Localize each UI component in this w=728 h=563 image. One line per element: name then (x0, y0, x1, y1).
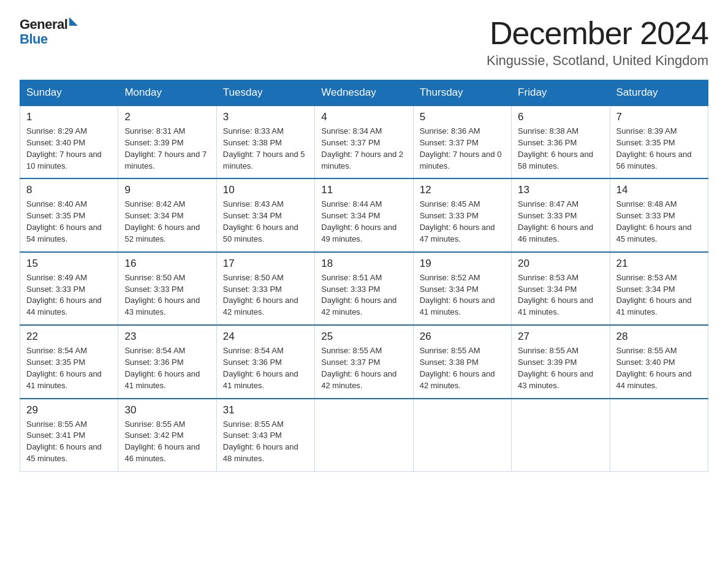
calendar-cell: 23 Sunrise: 8:54 AMSunset: 3:36 PMDaylig… (118, 325, 216, 398)
calendar-header-row: SundayMondayTuesdayWednesdayThursdayFrid… (20, 80, 708, 106)
calendar-cell: 13 Sunrise: 8:47 AMSunset: 3:33 PMDaylig… (512, 178, 610, 251)
header-day-sunday: Sunday (20, 80, 118, 106)
day-info: Sunrise: 8:54 AMSunset: 3:36 PMDaylight:… (124, 345, 210, 391)
calendar-cell (512, 399, 610, 472)
day-info: Sunrise: 8:33 AMSunset: 3:38 PMDaylight:… (223, 126, 308, 172)
calendar-cell: 2 Sunrise: 8:31 AMSunset: 3:39 PMDayligh… (118, 105, 216, 178)
calendar-cell: 15 Sunrise: 8:49 AMSunset: 3:33 PMDaylig… (20, 252, 118, 325)
day-number: 2 (124, 111, 210, 123)
day-info: Sunrise: 8:55 AMSunset: 3:37 PMDaylight:… (321, 345, 406, 391)
calendar-cell: 30 Sunrise: 8:55 AMSunset: 3:42 PMDaylig… (118, 399, 216, 472)
day-number: 13 (518, 184, 603, 196)
calendar-cell: 20 Sunrise: 8:53 AMSunset: 3:34 PMDaylig… (512, 252, 610, 325)
calendar-cell: 7 Sunrise: 8:39 AMSunset: 3:35 PMDayligh… (610, 105, 708, 178)
header-day-friday: Friday (512, 80, 610, 106)
calendar-cell: 21 Sunrise: 8:53 AMSunset: 3:34 PMDaylig… (610, 252, 708, 325)
calendar-week-row: 15 Sunrise: 8:49 AMSunset: 3:33 PMDaylig… (20, 252, 708, 325)
calendar-cell: 26 Sunrise: 8:55 AMSunset: 3:38 PMDaylig… (413, 325, 511, 398)
calendar-cell: 11 Sunrise: 8:44 AMSunset: 3:34 PMDaylig… (315, 178, 413, 251)
day-number: 28 (616, 331, 702, 343)
calendar-week-row: 8 Sunrise: 8:40 AMSunset: 3:35 PMDayligh… (20, 178, 708, 251)
logo-blue: Blue (20, 32, 48, 47)
day-info: Sunrise: 8:55 AMSunset: 3:42 PMDaylight:… (124, 419, 210, 465)
calendar-header: SundayMondayTuesdayWednesdayThursdayFrid… (20, 80, 708, 106)
calendar-table: SundayMondayTuesdayWednesdayThursdayFrid… (20, 80, 708, 472)
day-info: Sunrise: 8:55 AMSunset: 3:41 PMDaylight:… (26, 419, 112, 465)
day-info: Sunrise: 8:48 AMSunset: 3:33 PMDaylight:… (616, 199, 702, 245)
day-number: 19 (420, 258, 505, 270)
day-number: 20 (518, 258, 603, 270)
day-info: Sunrise: 8:54 AMSunset: 3:36 PMDaylight:… (223, 345, 308, 391)
day-number: 26 (420, 331, 505, 343)
calendar-cell: 4 Sunrise: 8:34 AMSunset: 3:37 PMDayligh… (315, 105, 413, 178)
header-day-wednesday: Wednesday (315, 80, 413, 106)
day-info: Sunrise: 8:47 AMSunset: 3:33 PMDaylight:… (518, 199, 603, 245)
day-info: Sunrise: 8:50 AMSunset: 3:33 PMDaylight:… (124, 272, 210, 318)
day-number: 8 (26, 184, 112, 196)
calendar-cell: 24 Sunrise: 8:54 AMSunset: 3:36 PMDaylig… (216, 325, 314, 398)
calendar-cell (413, 399, 511, 472)
header-day-monday: Monday (118, 80, 216, 106)
day-number: 25 (321, 331, 406, 343)
calendar-cell: 14 Sunrise: 8:48 AMSunset: 3:33 PMDaylig… (610, 178, 708, 251)
day-info: Sunrise: 8:50 AMSunset: 3:33 PMDaylight:… (223, 272, 308, 318)
day-info: Sunrise: 8:29 AMSunset: 3:40 PMDaylight:… (26, 126, 112, 172)
day-number: 30 (124, 404, 210, 416)
calendar-cell: 29 Sunrise: 8:55 AMSunset: 3:41 PMDaylig… (20, 399, 118, 472)
day-number: 14 (616, 184, 702, 196)
calendar-cell: 19 Sunrise: 8:52 AMSunset: 3:34 PMDaylig… (413, 252, 511, 325)
calendar-cell: 18 Sunrise: 8:51 AMSunset: 3:33 PMDaylig… (315, 252, 413, 325)
day-number: 31 (223, 404, 308, 416)
day-info: Sunrise: 8:39 AMSunset: 3:35 PMDaylight:… (616, 126, 702, 172)
day-number: 23 (124, 331, 210, 343)
day-info: Sunrise: 8:34 AMSunset: 3:37 PMDaylight:… (321, 126, 406, 172)
day-number: 10 (223, 184, 308, 196)
day-number: 4 (321, 111, 406, 123)
calendar-cell: 3 Sunrise: 8:33 AMSunset: 3:38 PMDayligh… (216, 105, 314, 178)
logo-triangle-icon (69, 17, 78, 26)
day-number: 29 (26, 404, 112, 416)
calendar-cell: 8 Sunrise: 8:40 AMSunset: 3:35 PMDayligh… (20, 178, 118, 251)
day-number: 24 (223, 331, 308, 343)
calendar-week-row: 29 Sunrise: 8:55 AMSunset: 3:41 PMDaylig… (20, 399, 708, 472)
calendar-cell (610, 399, 708, 472)
calendar-cell: 31 Sunrise: 8:55 AMSunset: 3:43 PMDaylig… (216, 399, 314, 472)
day-info: Sunrise: 8:44 AMSunset: 3:34 PMDaylight:… (321, 199, 406, 245)
calendar-cell: 22 Sunrise: 8:54 AMSunset: 3:35 PMDaylig… (20, 325, 118, 398)
day-info: Sunrise: 8:53 AMSunset: 3:34 PMDaylight:… (518, 272, 603, 318)
day-info: Sunrise: 8:49 AMSunset: 3:33 PMDaylight:… (26, 272, 112, 318)
day-info: Sunrise: 8:51 AMSunset: 3:33 PMDaylight:… (321, 272, 406, 318)
day-number: 18 (321, 258, 406, 270)
day-info: Sunrise: 8:55 AMSunset: 3:39 PMDaylight:… (518, 345, 603, 391)
calendar-cell: 10 Sunrise: 8:43 AMSunset: 3:34 PMDaylig… (216, 178, 314, 251)
day-number: 15 (26, 258, 112, 270)
day-info: Sunrise: 8:31 AMSunset: 3:39 PMDaylight:… (124, 126, 210, 172)
day-info: Sunrise: 8:55 AMSunset: 3:40 PMDaylight:… (616, 345, 702, 391)
day-number: 12 (420, 184, 505, 196)
calendar-body: 1 Sunrise: 8:29 AMSunset: 3:40 PMDayligh… (20, 105, 708, 471)
calendar-cell: 1 Sunrise: 8:29 AMSunset: 3:40 PMDayligh… (20, 105, 118, 178)
day-info: Sunrise: 8:38 AMSunset: 3:36 PMDaylight:… (518, 126, 603, 172)
calendar-cell: 25 Sunrise: 8:55 AMSunset: 3:37 PMDaylig… (315, 325, 413, 398)
logo: General Blue (20, 17, 78, 47)
day-number: 6 (518, 111, 603, 123)
day-info: Sunrise: 8:36 AMSunset: 3:37 PMDaylight:… (420, 126, 505, 172)
day-info: Sunrise: 8:54 AMSunset: 3:35 PMDaylight:… (26, 345, 112, 391)
calendar-cell: 28 Sunrise: 8:55 AMSunset: 3:40 PMDaylig… (610, 325, 708, 398)
day-number: 9 (124, 184, 210, 196)
calendar-cell: 16 Sunrise: 8:50 AMSunset: 3:33 PMDaylig… (118, 252, 216, 325)
day-number: 3 (223, 111, 308, 123)
logo-general: General (20, 17, 67, 32)
day-number: 1 (26, 111, 112, 123)
day-number: 7 (616, 111, 702, 123)
day-number: 21 (616, 258, 702, 270)
day-info: Sunrise: 8:43 AMSunset: 3:34 PMDaylight:… (223, 199, 308, 245)
calendar-cell: 27 Sunrise: 8:55 AMSunset: 3:39 PMDaylig… (512, 325, 610, 398)
day-info: Sunrise: 8:53 AMSunset: 3:34 PMDaylight:… (616, 272, 702, 318)
day-info: Sunrise: 8:45 AMSunset: 3:33 PMDaylight:… (420, 199, 505, 245)
calendar-title: December 2024 (487, 15, 708, 52)
day-number: 17 (223, 258, 308, 270)
day-number: 22 (26, 331, 112, 343)
header-day-saturday: Saturday (610, 80, 708, 106)
calendar-cell: 6 Sunrise: 8:38 AMSunset: 3:36 PMDayligh… (512, 105, 610, 178)
